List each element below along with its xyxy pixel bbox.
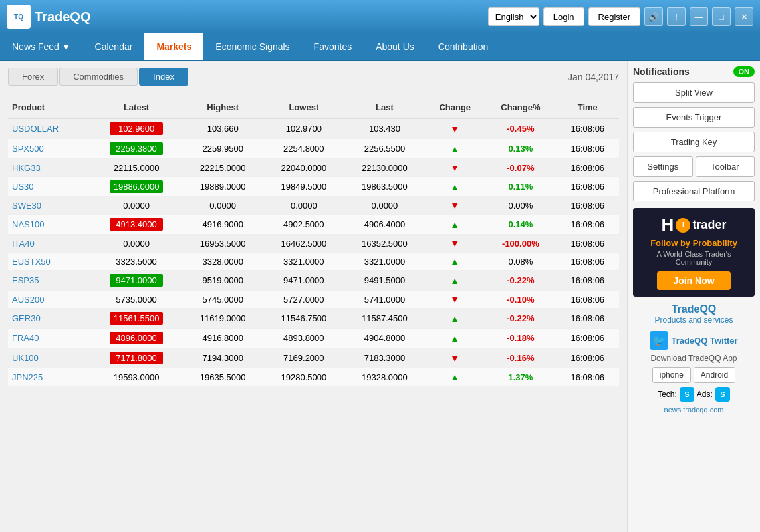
- product-link[interactable]: JPN225: [12, 372, 43, 382]
- events-trigger-button[interactable]: Events Trigger: [633, 107, 755, 128]
- iphone-button[interactable]: iphone: [652, 367, 691, 383]
- product-link[interactable]: FRA40: [12, 333, 39, 343]
- ads-skype-icon: S: [715, 387, 730, 402]
- alert-button[interactable]: !: [667, 7, 686, 26]
- sound-button[interactable]: 🔊: [644, 7, 663, 26]
- logo-icon: TQ: [7, 5, 31, 29]
- col-change: Change: [425, 97, 485, 118]
- nav-item-markets[interactable]: Markets: [144, 33, 203, 60]
- last-cell: 19863.5000: [344, 177, 426, 197]
- settings-toolbar-row: Settings Toolbar: [633, 156, 755, 177]
- product-link[interactable]: ITA40: [12, 239, 35, 249]
- highest-cell: 4916.9000: [182, 215, 263, 235]
- notifications-toggle[interactable]: ON: [733, 66, 755, 77]
- product-link[interactable]: HKG33: [12, 163, 41, 173]
- last-cell: 11587.4500: [344, 309, 426, 329]
- lowest-cell: 2254.8000: [263, 139, 344, 159]
- change-direction-cell: ▲: [425, 271, 485, 291]
- professional-platform-button[interactable]: Professional Platform: [633, 181, 755, 201]
- nav-item-about-us[interactable]: About Us: [364, 33, 426, 60]
- time-cell: 16:08:06: [557, 177, 619, 197]
- time-cell: 16:08:06: [557, 309, 619, 329]
- change-pct-cell: 0.11%: [485, 177, 556, 197]
- join-now-button[interactable]: Join Now: [657, 271, 730, 290]
- product-link[interactable]: AUS200: [12, 295, 44, 305]
- settings-button[interactable]: Settings: [633, 156, 693, 177]
- toolbar-button[interactable]: Toolbar: [696, 156, 755, 177]
- latest-cell: 9471.0000: [90, 271, 183, 291]
- highest-cell: 19635.5000: [182, 368, 263, 386]
- product-link[interactable]: SPX500: [12, 144, 44, 154]
- tech-skype-icon: S: [680, 387, 694, 402]
- time-cell: 16:08:06: [557, 253, 619, 271]
- tab-commodities[interactable]: Commodities: [59, 68, 138, 86]
- change-direction-cell: ▼: [425, 197, 485, 215]
- trading-key-button[interactable]: Trading Key: [633, 132, 755, 152]
- maximize-button[interactable]: □: [712, 7, 731, 26]
- register-button[interactable]: Register: [588, 7, 640, 26]
- table-row: SPX5002259.38002259.95002254.80002256.55…: [8, 139, 619, 159]
- latest-cell: 19593.0000: [90, 368, 183, 386]
- header: TQ TradeQQ English Login Register 🔊 ! — …: [0, 0, 760, 33]
- time-cell: 16:08:06: [557, 291, 619, 309]
- down-arrow: ▼: [450, 162, 459, 173]
- minimize-button[interactable]: —: [690, 7, 708, 26]
- time-cell: 16:08:06: [557, 235, 619, 253]
- highest-cell: 103.660: [182, 118, 263, 139]
- ad-logo-h: H: [662, 215, 674, 235]
- product-link[interactable]: USDOLLAR: [12, 124, 59, 134]
- table-row: HKG3322115.000022215.000022040.000022130…: [8, 159, 619, 177]
- down-arrow: ▼: [450, 124, 459, 134]
- twitter-row[interactable]: 🐦 TradeQQ Twitter: [633, 331, 755, 350]
- lowest-cell: 16462.5000: [263, 235, 344, 253]
- time-cell: 16:08:06: [557, 118, 619, 139]
- table-body: USDOLLAR102.9600103.660102.9700103.430▼-…: [8, 118, 619, 386]
- split-view-button[interactable]: Split View: [633, 82, 755, 103]
- change-pct-cell: -0.16%: [485, 348, 556, 368]
- tab-forex[interactable]: Forex: [8, 68, 58, 86]
- product-link[interactable]: US30: [12, 182, 34, 192]
- lowest-cell: 9471.0000: [263, 271, 344, 291]
- latest-cell: 0.0000: [90, 235, 183, 253]
- download-label: Download TradeQQ App: [633, 354, 755, 363]
- news-url[interactable]: news.tradeqq.com: [633, 406, 755, 414]
- ad-logo: H i trader: [638, 215, 749, 235]
- nav-item-economic-signals[interactable]: Economic Signals: [203, 33, 301, 60]
- change-pct-cell: 1.37%: [485, 368, 556, 386]
- highest-cell: 7194.3000: [182, 348, 263, 368]
- col-latest: Latest: [90, 97, 183, 118]
- table-row: USDOLLAR102.9600103.660102.9700103.430▼-…: [8, 118, 619, 139]
- product-link[interactable]: UK100: [12, 353, 39, 363]
- nav-item-favorites[interactable]: Favorites: [302, 33, 364, 60]
- product-link[interactable]: ESP35: [12, 275, 39, 285]
- change-pct-cell: -0.18%: [485, 329, 556, 348]
- last-cell: 103.430: [344, 118, 426, 139]
- language-select[interactable]: English: [488, 7, 539, 26]
- product-link[interactable]: EUSTX50: [12, 257, 51, 267]
- close-button[interactable]: ✕: [735, 7, 753, 26]
- change-direction-cell: ▼: [425, 291, 485, 309]
- last-cell: 7183.3000: [344, 348, 426, 368]
- up-arrow: ▲: [450, 333, 459, 344]
- tab-index[interactable]: Index: [139, 68, 188, 86]
- ads-label: Ads:: [697, 390, 713, 399]
- tradeqq-promo-title: TradeQQ: [633, 303, 755, 315]
- nav: News Feed ▼ Calendar Markets Economic Si…: [0, 33, 760, 61]
- lowest-cell: 4893.8000: [263, 329, 344, 348]
- product-link[interactable]: NAS100: [12, 219, 44, 229]
- highest-cell: 9519.0000: [182, 271, 263, 291]
- android-button[interactable]: Android: [694, 367, 735, 383]
- header-right: English Login Register 🔊 ! — □ ✕: [488, 7, 753, 26]
- product-link[interactable]: SWE30: [12, 201, 41, 211]
- change-pct-cell: -0.22%: [485, 271, 556, 291]
- nav-item-contribution[interactable]: Contribution: [426, 33, 501, 60]
- lowest-cell: 19849.5000: [263, 177, 344, 197]
- change-pct-cell: 0.14%: [485, 215, 556, 235]
- col-lowest: Lowest: [263, 97, 344, 118]
- col-time: Time: [557, 97, 619, 118]
- twitter-icon: 🐦: [650, 331, 668, 350]
- nav-item-calendar[interactable]: Calendar: [83, 33, 145, 60]
- nav-item-news-feed[interactable]: News Feed ▼: [0, 33, 83, 60]
- product-link[interactable]: GER30: [12, 313, 41, 323]
- login-button[interactable]: Login: [543, 7, 584, 26]
